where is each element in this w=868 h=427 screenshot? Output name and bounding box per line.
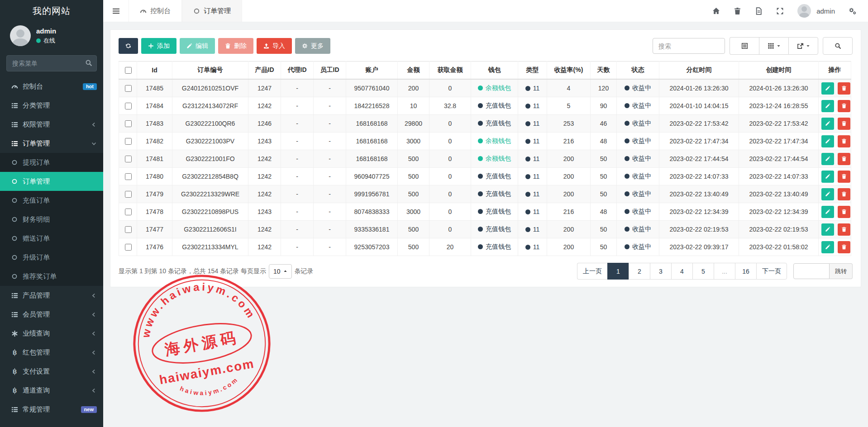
search-button[interactable]	[823, 37, 853, 55]
admin-label[interactable]: admin	[816, 7, 835, 15]
settings-gears-icon[interactable]	[849, 7, 856, 15]
sidebar-item-category-management[interactable]: 分类管理	[0, 96, 103, 115]
row-delete-button[interactable]	[838, 118, 850, 130]
row-checkbox[interactable]	[125, 138, 132, 145]
add-button[interactable]: 添加	[141, 38, 176, 54]
row-checkbox[interactable]	[125, 209, 132, 215]
cell-days: 50	[591, 238, 617, 256]
sidebar-item-label: 产品管理	[23, 291, 91, 300]
row-delete-button[interactable]	[838, 153, 850, 165]
document-icon[interactable]	[755, 7, 763, 15]
row-checkbox[interactable]	[125, 156, 132, 162]
select-all-checkbox[interactable]	[125, 67, 132, 74]
page-1[interactable]: 1	[607, 263, 629, 280]
sidebar-item-product-management[interactable]: 产品管理	[0, 286, 103, 305]
row-delete-button[interactable]	[838, 188, 850, 200]
columns-button[interactable]	[759, 37, 788, 55]
row-edit-button[interactable]	[821, 223, 834, 236]
row-delete-button[interactable]	[838, 100, 850, 112]
row-delete-button[interactable]	[838, 135, 850, 147]
brand-title[interactable]: 我的网站	[0, 0, 103, 22]
page-16[interactable]: 16	[735, 263, 756, 280]
page-4[interactable]: 4	[671, 263, 692, 280]
sidebar-item-redpacket-management[interactable]: B红包管理	[0, 343, 103, 362]
row-checkbox[interactable]	[125, 103, 132, 109]
sidebar-item-recharge-orders[interactable]: 充值订单	[0, 191, 103, 210]
row-edit-button[interactable]	[821, 171, 834, 183]
row-delete-button[interactable]	[838, 241, 850, 253]
status-dot	[625, 227, 630, 232]
cell-agent_id: -	[281, 168, 314, 185]
cell-wallet: 充值钱包	[471, 203, 518, 221]
row-edit-button[interactable]	[821, 241, 834, 253]
sidebar-item-upgrade-orders[interactable]: 升级订单	[0, 248, 103, 267]
sidebar-item-referral-reward-orders[interactable]: 推荐奖订单	[0, 267, 103, 286]
home-icon[interactable]	[712, 7, 720, 15]
menu-toggle-icon[interactable]	[103, 0, 129, 22]
sidebar-item-general-management[interactable]: 常规管理new	[0, 400, 103, 419]
tab-order-management[interactable]: 订单管理	[182, 0, 242, 22]
import-button[interactable]: 导入	[257, 38, 292, 54]
cell-gain: 0	[429, 150, 471, 168]
fullscreen-icon[interactable]	[776, 7, 784, 15]
sidebar-item-withdraw-orders[interactable]: 提现订单	[0, 153, 103, 172]
row-checkbox[interactable]	[125, 191, 132, 198]
sidebar-search-input[interactable]	[6, 55, 97, 71]
cell-ops	[819, 150, 851, 168]
sidebar-item-member-management[interactable]: 会员管理	[0, 305, 103, 324]
row-delete-button[interactable]	[838, 82, 850, 95]
admin-avatar[interactable]	[797, 4, 811, 18]
page-prev[interactable]: 上一页	[577, 263, 607, 280]
sidebar-item-performance-query[interactable]: 业绩查询	[0, 324, 103, 343]
edit-button[interactable]: 编辑	[180, 38, 215, 54]
caret-up-icon	[283, 269, 287, 273]
cell-agent_id: -	[281, 221, 314, 238]
stamp-line-text: haiwaiym.com	[158, 356, 256, 387]
page-next[interactable]: 下一页	[756, 263, 787, 280]
row-edit-button[interactable]	[821, 135, 834, 147]
table-row: 17477 G23022112606S1I 1242 - - 933533618…	[119, 221, 851, 238]
sidebar-item-channel-query[interactable]: B通道查询	[0, 381, 103, 400]
sidebar-item-order-management[interactable]: 订单管理	[0, 134, 103, 153]
caret-down-icon	[806, 44, 810, 48]
row-delete-button[interactable]	[838, 206, 850, 218]
cell-order_no: G2302221001FO	[172, 150, 248, 168]
plus-icon	[148, 43, 154, 49]
row-checkbox[interactable]	[125, 226, 132, 233]
page-2[interactable]: 2	[629, 263, 650, 280]
page-5[interactable]: 5	[692, 263, 714, 280]
jump-page-input[interactable]	[793, 263, 830, 279]
detail-view-button[interactable]	[730, 37, 759, 55]
row-delete-button[interactable]	[838, 171, 850, 183]
table-search-input[interactable]	[653, 38, 725, 54]
sidebar-item-order-list[interactable]: 订单管理	[0, 172, 103, 191]
row-edit-button[interactable]	[821, 153, 834, 165]
tab-console[interactable]: 控制台	[129, 0, 182, 22]
row-checkbox[interactable]	[125, 120, 132, 127]
sidebar-item-label: 常规管理	[23, 405, 81, 414]
trash-icon[interactable]	[734, 7, 741, 15]
refresh-button[interactable]	[119, 38, 138, 54]
more-button[interactable]: 更多	[295, 38, 330, 54]
page-size-select[interactable]: 10	[269, 264, 292, 279]
row-edit-button[interactable]	[821, 100, 834, 112]
sidebar-item-finance-detail[interactable]: 财务明细	[0, 210, 103, 229]
row-checkbox[interactable]	[125, 173, 132, 180]
export-button[interactable]	[788, 37, 818, 55]
row-delete-button[interactable]	[838, 223, 850, 236]
delete-button[interactable]: 删除	[218, 38, 253, 54]
row-checkbox[interactable]	[125, 244, 132, 251]
page-3[interactable]: 3	[650, 263, 671, 280]
sidebar-item-permission-management[interactable]: 权限管理	[0, 115, 103, 134]
sidebar-item-console[interactable]: 控制台hot	[0, 77, 103, 96]
row-checkbox[interactable]	[125, 85, 132, 92]
jump-button[interactable]: 跳转	[830, 263, 853, 279]
sidebar-item-payment-settings[interactable]: B支付设置	[0, 362, 103, 381]
page-ellipsis[interactable]: ...	[714, 263, 735, 280]
row-edit-button[interactable]	[821, 82, 834, 95]
wallet-dot	[478, 156, 483, 161]
row-edit-button[interactable]	[821, 206, 834, 218]
sidebar-item-gift-orders[interactable]: 赠送订单	[0, 229, 103, 248]
row-edit-button[interactable]	[821, 118, 834, 130]
row-edit-button[interactable]	[821, 188, 834, 200]
